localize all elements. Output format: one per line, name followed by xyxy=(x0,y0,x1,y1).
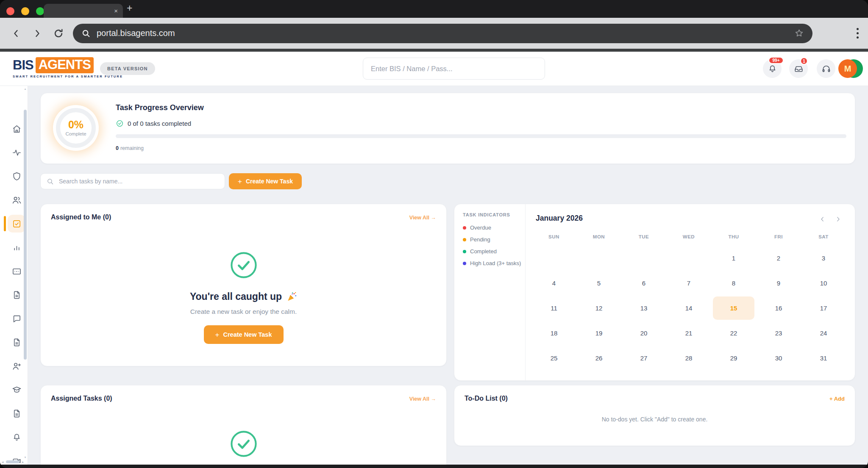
legend-item: Pending xyxy=(463,236,521,243)
back-button[interactable] xyxy=(10,28,22,39)
calendar-day-cell[interactable]: 21 xyxy=(666,321,711,346)
create-new-task-button[interactable]: + Create New Task xyxy=(229,173,302,189)
remaining-label: remaining xyxy=(120,145,144,151)
sidebar-item-alerts[interactable] xyxy=(8,428,25,446)
calendar-day-cell[interactable]: 26 xyxy=(576,346,621,371)
sidebar-item-records[interactable] xyxy=(8,333,25,351)
notifications-count-badge: 99+ xyxy=(768,57,784,64)
close-window-button[interactable] xyxy=(6,7,14,15)
circle-check-icon xyxy=(116,119,124,127)
refresh-button[interactable] xyxy=(53,28,64,39)
calendar-day-cell[interactable]: 24 xyxy=(801,321,846,346)
legend-dot-icon xyxy=(463,250,466,253)
sidebar-item-reports[interactable] xyxy=(8,238,25,256)
activity-icon xyxy=(12,148,22,158)
calendar-day-cell[interactable]: 12 xyxy=(576,296,621,321)
scrollbar-thumb[interactable] xyxy=(24,110,27,360)
sidebar-item-training[interactable] xyxy=(8,381,25,399)
calendar-day-cell[interactable]: 3 xyxy=(801,246,846,271)
todo-list-title: To-Do List (0) xyxy=(465,395,508,402)
calendar-day-cell[interactable]: 9 xyxy=(756,271,801,296)
calendar-day-headers: SUNMONTUEWEDTHUFRISAT xyxy=(531,231,846,242)
scrollbar-thumb[interactable] xyxy=(6,460,19,463)
create-task-label: Create New Task xyxy=(246,178,293,185)
assigned-to-me-title: Assigned to Me (0) xyxy=(51,213,111,221)
sidebar-vertical-scrollbar[interactable]: ▲ ▼ xyxy=(23,88,27,459)
check-square-icon xyxy=(12,219,22,229)
progress-status-text: 0 of 0 tasks completed xyxy=(128,120,191,127)
calendar-day-cell[interactable]: 1 xyxy=(711,246,756,271)
tab-close-icon[interactable]: × xyxy=(114,8,118,14)
sidebar-item-notes[interactable] xyxy=(8,404,25,422)
sidebar-item-security[interactable] xyxy=(8,167,25,185)
calendar-day-cell[interactable]: 31 xyxy=(801,346,846,371)
global-search-input[interactable] xyxy=(363,58,545,80)
calendar-next-button[interactable] xyxy=(833,214,843,224)
calendar-day-cell[interactable]: 18 xyxy=(531,321,576,346)
calendar-day-cell[interactable]: 28 xyxy=(666,346,711,371)
task-indicators-legend: TASK INDICATORS OverduePendingCompletedH… xyxy=(454,204,526,380)
calendar-day-cell[interactable]: 15 xyxy=(711,296,756,321)
assigned-tasks-view-all-link[interactable]: View All → xyxy=(409,396,436,402)
inbox-button[interactable]: 1 xyxy=(789,59,808,78)
calendar-day-cell[interactable]: 23 xyxy=(756,321,801,346)
legend-label: Pending xyxy=(470,236,490,243)
new-tab-button[interactable]: + xyxy=(127,3,132,14)
support-button[interactable] xyxy=(817,59,835,78)
calendar-day-cell[interactable]: 25 xyxy=(531,346,576,371)
calendar-day-cell[interactable]: 10 xyxy=(801,271,846,296)
notifications-button[interactable]: 99+ xyxy=(763,59,782,78)
browser-tab[interactable]: × xyxy=(44,4,123,18)
calendar-day-header: TUE xyxy=(621,231,666,242)
calendar-day-cell[interactable]: 2 xyxy=(756,246,801,271)
calendar-grid: 1234567891011121314151617181920212223242… xyxy=(531,246,846,371)
sidebar-item-documents[interactable] xyxy=(8,286,25,304)
calendar-day-cell[interactable]: 19 xyxy=(576,321,621,346)
app-page: BIS AGENTS SMART RECRUITMENT FOR A SMART… xyxy=(0,52,868,465)
calendar-day-cell[interactable]: 30 xyxy=(756,346,801,371)
calendar-day-cell[interactable]: 13 xyxy=(621,296,666,321)
calendar-day-cell[interactable]: 4 xyxy=(531,271,576,296)
progress-bar xyxy=(116,134,846,138)
calendar-day-cell[interactable]: 20 xyxy=(621,321,666,346)
calendar-day-cell[interactable]: 11 xyxy=(531,296,576,321)
bookmark-star-icon[interactable] xyxy=(794,28,804,38)
progress-title: Task Progress Overview xyxy=(116,103,204,112)
calendar-day-cell[interactable]: 7 xyxy=(666,271,711,296)
calendar-day-cell[interactable]: 17 xyxy=(801,296,846,321)
forward-button[interactable] xyxy=(31,28,43,39)
calendar-empty-cell xyxy=(621,246,666,271)
sidebar: ▲ ▼ ◀ ▶ xyxy=(0,86,28,465)
calendar-day-cell[interactable]: 5 xyxy=(576,271,621,296)
calendar-day-cell[interactable]: 8 xyxy=(711,271,756,296)
calendar-day-cell[interactable]: 14 xyxy=(666,296,711,321)
browser-menu-button[interactable] xyxy=(857,28,859,39)
sidebar-horizontal-scrollbar[interactable]: ◀ ▶ xyxy=(1,460,27,464)
sidebar-item-team[interactable] xyxy=(8,191,25,209)
task-search-input[interactable] xyxy=(58,177,219,185)
calendar-day-cell[interactable]: 16 xyxy=(756,296,801,321)
todo-empty-text: No to-dos yet. Click "Add" to create one… xyxy=(454,416,855,423)
create-new-task-button[interactable]: + Create New Task xyxy=(204,325,284,344)
calendar-prev-button[interactable] xyxy=(818,214,827,224)
assigned-to-me-view-all-link[interactable]: View All → xyxy=(409,215,436,221)
legend-dot-icon xyxy=(463,262,466,265)
url-bar[interactable]: portal.bisagents.com xyxy=(73,24,812,43)
sidebar-item-add-user[interactable] xyxy=(8,357,25,375)
calendar-day-cell[interactable]: 6 xyxy=(621,271,666,296)
user-plus-icon xyxy=(12,361,22,371)
todo-add-button[interactable]: + Add xyxy=(829,396,845,402)
sidebar-item-payments[interactable] xyxy=(8,262,25,280)
calendar-day-cell[interactable]: 27 xyxy=(621,346,666,371)
user-avatar[interactable]: M xyxy=(838,59,864,78)
calendar-day-cell[interactable]: 29 xyxy=(711,346,756,371)
legend-dot-icon xyxy=(463,238,466,241)
sidebar-item-messages[interactable] xyxy=(8,310,25,327)
assigned-tasks-title: Assigned Tasks (0) xyxy=(51,395,112,402)
sidebar-item-home[interactable] xyxy=(8,120,25,138)
sidebar-item-activity[interactable] xyxy=(8,144,25,161)
minimize-window-button[interactable] xyxy=(21,7,29,15)
calendar-day-cell[interactable]: 22 xyxy=(711,321,756,346)
sidebar-item-tasks[interactable] xyxy=(8,215,25,233)
maximize-window-button[interactable] xyxy=(36,7,44,15)
